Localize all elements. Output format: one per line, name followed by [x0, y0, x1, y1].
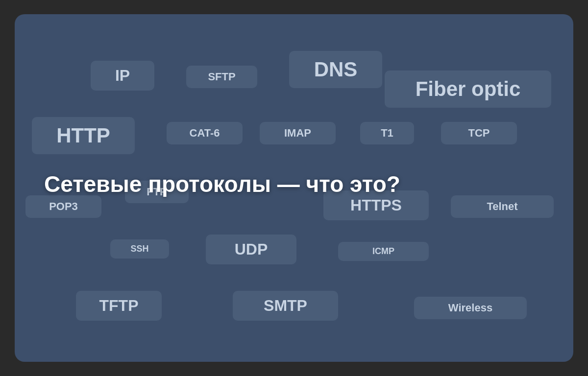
tag-cat6: CAT-6	[167, 122, 243, 144]
tag-pop3: POP3	[25, 195, 101, 218]
tag-tcp: TCP	[441, 122, 517, 144]
tag-fiber-optic: Fiber optic	[385, 70, 551, 108]
tag-t1: T1	[360, 122, 414, 144]
tag-ssh: SSH	[110, 239, 169, 258]
tag-smtp: SMTP	[233, 291, 338, 321]
headline: Сетевые протоколы — что это?	[44, 171, 400, 197]
tag-http: HTTP	[32, 117, 135, 154]
tag-ip: IP	[91, 61, 154, 91]
tag-wireless: Wireless	[414, 297, 527, 319]
tag-dns: DNS	[289, 51, 382, 88]
tag-tftp: TFTP	[76, 291, 162, 321]
tag-telnet: Telnet	[451, 195, 554, 218]
tag-sftp: SFTP	[186, 66, 257, 88]
tag-icmp: ICMP	[338, 242, 429, 261]
main-card: IPSFTPDNSFiber opticHTTPCAT-6IMAPT1TCPFT…	[15, 14, 573, 362]
tag-udp: UDP	[206, 235, 296, 264]
tag-imap: IMAP	[260, 122, 336, 144]
